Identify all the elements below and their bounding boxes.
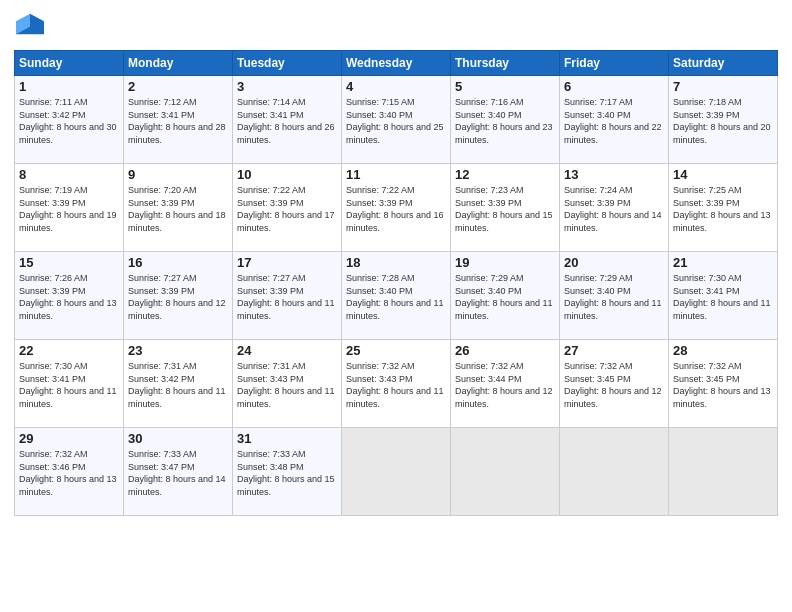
week-row-4: 22 Sunrise: 7:30 AMSunset: 3:41 PMDaylig… xyxy=(15,340,778,428)
day-number: 28 xyxy=(673,343,773,358)
day-info: Sunrise: 7:33 AMSunset: 3:48 PMDaylight:… xyxy=(237,449,335,497)
day-info: Sunrise: 7:14 AMSunset: 3:41 PMDaylight:… xyxy=(237,97,335,145)
day-info: Sunrise: 7:17 AMSunset: 3:40 PMDaylight:… xyxy=(564,97,662,145)
day-number: 19 xyxy=(455,255,555,270)
day-number: 21 xyxy=(673,255,773,270)
day-info: Sunrise: 7:31 AMSunset: 3:42 PMDaylight:… xyxy=(128,361,226,409)
day-info: Sunrise: 7:27 AMSunset: 3:39 PMDaylight:… xyxy=(237,273,335,321)
day-of-week-friday: Friday xyxy=(560,51,669,76)
calendar-cell: 24 Sunrise: 7:31 AMSunset: 3:43 PMDaylig… xyxy=(233,340,342,428)
day-info: Sunrise: 7:12 AMSunset: 3:41 PMDaylight:… xyxy=(128,97,226,145)
day-number: 26 xyxy=(455,343,555,358)
calendar-container: SundayMondayTuesdayWednesdayThursdayFrid… xyxy=(0,0,792,612)
calendar-cell: 7 Sunrise: 7:18 AMSunset: 3:39 PMDayligh… xyxy=(669,76,778,164)
calendar-table: SundayMondayTuesdayWednesdayThursdayFrid… xyxy=(14,50,778,516)
day-number: 10 xyxy=(237,167,337,182)
calendar-cell: 15 Sunrise: 7:26 AMSunset: 3:39 PMDaylig… xyxy=(15,252,124,340)
calendar-cell: 14 Sunrise: 7:25 AMSunset: 3:39 PMDaylig… xyxy=(669,164,778,252)
calendar-cell: 3 Sunrise: 7:14 AMSunset: 3:41 PMDayligh… xyxy=(233,76,342,164)
day-number: 5 xyxy=(455,79,555,94)
day-number: 11 xyxy=(346,167,446,182)
day-info: Sunrise: 7:30 AMSunset: 3:41 PMDaylight:… xyxy=(673,273,771,321)
day-info: Sunrise: 7:32 AMSunset: 3:46 PMDaylight:… xyxy=(19,449,117,497)
day-number: 22 xyxy=(19,343,119,358)
day-number: 29 xyxy=(19,431,119,446)
day-number: 18 xyxy=(346,255,446,270)
day-number: 13 xyxy=(564,167,664,182)
day-of-week-thursday: Thursday xyxy=(451,51,560,76)
day-number: 17 xyxy=(237,255,337,270)
calendar-cell: 22 Sunrise: 7:30 AMSunset: 3:41 PMDaylig… xyxy=(15,340,124,428)
day-number: 24 xyxy=(237,343,337,358)
calendar-cell: 9 Sunrise: 7:20 AMSunset: 3:39 PMDayligh… xyxy=(124,164,233,252)
day-info: Sunrise: 7:27 AMSunset: 3:39 PMDaylight:… xyxy=(128,273,226,321)
day-number: 14 xyxy=(673,167,773,182)
calendar-cell: 18 Sunrise: 7:28 AMSunset: 3:40 PMDaylig… xyxy=(342,252,451,340)
day-of-week-sunday: Sunday xyxy=(15,51,124,76)
day-info: Sunrise: 7:22 AMSunset: 3:39 PMDaylight:… xyxy=(237,185,335,233)
calendar-cell xyxy=(669,428,778,516)
day-info: Sunrise: 7:29 AMSunset: 3:40 PMDaylight:… xyxy=(455,273,553,321)
day-info: Sunrise: 7:25 AMSunset: 3:39 PMDaylight:… xyxy=(673,185,771,233)
day-info: Sunrise: 7:16 AMSunset: 3:40 PMDaylight:… xyxy=(455,97,553,145)
day-info: Sunrise: 7:15 AMSunset: 3:40 PMDaylight:… xyxy=(346,97,444,145)
calendar-cell: 27 Sunrise: 7:32 AMSunset: 3:45 PMDaylig… xyxy=(560,340,669,428)
day-info: Sunrise: 7:32 AMSunset: 3:44 PMDaylight:… xyxy=(455,361,553,409)
day-info: Sunrise: 7:22 AMSunset: 3:39 PMDaylight:… xyxy=(346,185,444,233)
day-number: 4 xyxy=(346,79,446,94)
calendar-cell: 25 Sunrise: 7:32 AMSunset: 3:43 PMDaylig… xyxy=(342,340,451,428)
day-info: Sunrise: 7:28 AMSunset: 3:40 PMDaylight:… xyxy=(346,273,444,321)
calendar-cell: 10 Sunrise: 7:22 AMSunset: 3:39 PMDaylig… xyxy=(233,164,342,252)
calendar-cell: 11 Sunrise: 7:22 AMSunset: 3:39 PMDaylig… xyxy=(342,164,451,252)
day-info: Sunrise: 7:26 AMSunset: 3:39 PMDaylight:… xyxy=(19,273,117,321)
day-info: Sunrise: 7:31 AMSunset: 3:43 PMDaylight:… xyxy=(237,361,335,409)
header xyxy=(14,10,778,42)
day-number: 9 xyxy=(128,167,228,182)
day-info: Sunrise: 7:18 AMSunset: 3:39 PMDaylight:… xyxy=(673,97,771,145)
calendar-cell: 19 Sunrise: 7:29 AMSunset: 3:40 PMDaylig… xyxy=(451,252,560,340)
day-of-week-monday: Monday xyxy=(124,51,233,76)
calendar-cell: 20 Sunrise: 7:29 AMSunset: 3:40 PMDaylig… xyxy=(560,252,669,340)
calendar-cell: 2 Sunrise: 7:12 AMSunset: 3:41 PMDayligh… xyxy=(124,76,233,164)
calendar-cell: 1 Sunrise: 7:11 AMSunset: 3:42 PMDayligh… xyxy=(15,76,124,164)
calendar-cell xyxy=(560,428,669,516)
day-number: 12 xyxy=(455,167,555,182)
calendar-cell: 6 Sunrise: 7:17 AMSunset: 3:40 PMDayligh… xyxy=(560,76,669,164)
day-number: 1 xyxy=(19,79,119,94)
calendar-cell: 31 Sunrise: 7:33 AMSunset: 3:48 PMDaylig… xyxy=(233,428,342,516)
week-row-2: 8 Sunrise: 7:19 AMSunset: 3:39 PMDayligh… xyxy=(15,164,778,252)
calendar-cell: 26 Sunrise: 7:32 AMSunset: 3:44 PMDaylig… xyxy=(451,340,560,428)
day-info: Sunrise: 7:20 AMSunset: 3:39 PMDaylight:… xyxy=(128,185,226,233)
logo-icon xyxy=(16,10,44,38)
day-info: Sunrise: 7:32 AMSunset: 3:45 PMDaylight:… xyxy=(564,361,662,409)
calendar-cell: 8 Sunrise: 7:19 AMSunset: 3:39 PMDayligh… xyxy=(15,164,124,252)
calendar-header: SundayMondayTuesdayWednesdayThursdayFrid… xyxy=(15,51,778,76)
day-info: Sunrise: 7:11 AMSunset: 3:42 PMDaylight:… xyxy=(19,97,117,145)
day-number: 3 xyxy=(237,79,337,94)
day-info: Sunrise: 7:32 AMSunset: 3:43 PMDaylight:… xyxy=(346,361,444,409)
day-of-week-wednesday: Wednesday xyxy=(342,51,451,76)
calendar-cell xyxy=(451,428,560,516)
day-info: Sunrise: 7:29 AMSunset: 3:40 PMDaylight:… xyxy=(564,273,662,321)
calendar-cell: 21 Sunrise: 7:30 AMSunset: 3:41 PMDaylig… xyxy=(669,252,778,340)
day-number: 16 xyxy=(128,255,228,270)
day-info: Sunrise: 7:33 AMSunset: 3:47 PMDaylight:… xyxy=(128,449,226,497)
week-row-5: 29 Sunrise: 7:32 AMSunset: 3:46 PMDaylig… xyxy=(15,428,778,516)
day-info: Sunrise: 7:23 AMSunset: 3:39 PMDaylight:… xyxy=(455,185,553,233)
day-info: Sunrise: 7:24 AMSunset: 3:39 PMDaylight:… xyxy=(564,185,662,233)
logo xyxy=(14,10,44,42)
calendar-body: 1 Sunrise: 7:11 AMSunset: 3:42 PMDayligh… xyxy=(15,76,778,516)
calendar-cell: 23 Sunrise: 7:31 AMSunset: 3:42 PMDaylig… xyxy=(124,340,233,428)
day-number: 7 xyxy=(673,79,773,94)
day-number: 6 xyxy=(564,79,664,94)
day-number: 2 xyxy=(128,79,228,94)
calendar-cell: 4 Sunrise: 7:15 AMSunset: 3:40 PMDayligh… xyxy=(342,76,451,164)
day-of-week-tuesday: Tuesday xyxy=(233,51,342,76)
day-info: Sunrise: 7:30 AMSunset: 3:41 PMDaylight:… xyxy=(19,361,117,409)
day-info: Sunrise: 7:32 AMSunset: 3:45 PMDaylight:… xyxy=(673,361,771,409)
day-number: 20 xyxy=(564,255,664,270)
calendar-cell: 12 Sunrise: 7:23 AMSunset: 3:39 PMDaylig… xyxy=(451,164,560,252)
day-number: 23 xyxy=(128,343,228,358)
calendar-cell: 28 Sunrise: 7:32 AMSunset: 3:45 PMDaylig… xyxy=(669,340,778,428)
calendar-cell: 5 Sunrise: 7:16 AMSunset: 3:40 PMDayligh… xyxy=(451,76,560,164)
